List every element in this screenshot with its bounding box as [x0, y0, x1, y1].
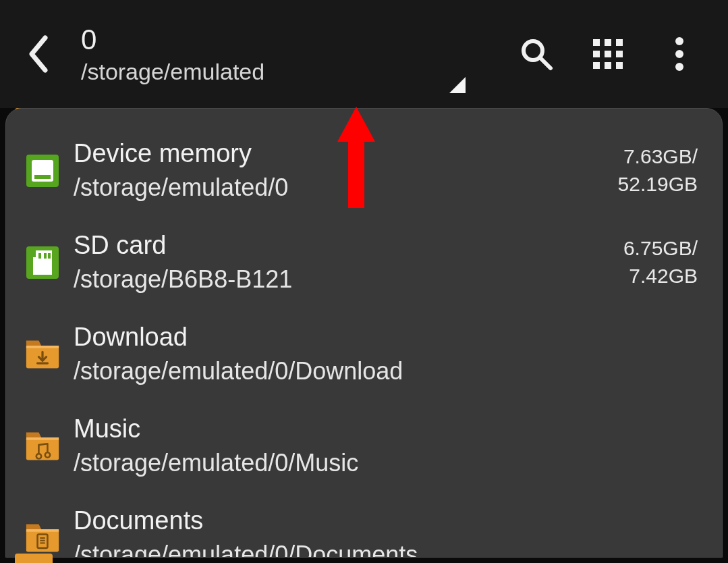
app-toolbar: 0 /storage/emulated: [0, 0, 728, 108]
storage-item-path: /storage/emulated/0/Documents: [74, 539, 703, 558]
storage-item-title: SD card: [74, 229, 610, 262]
grid-view-button[interactable]: [589, 35, 627, 73]
storage-item-size: 7.63GB/ 52.19GB: [618, 143, 703, 198]
storage-item-device-memory[interactable]: Device memory /storage/emulated/0 7.63GB…: [20, 125, 708, 217]
back-button[interactable]: [11, 27, 65, 81]
storage-item-title: Download: [74, 321, 703, 354]
svg-rect-2: [593, 39, 600, 46]
svg-point-11: [675, 37, 683, 45]
storage-total: 7.42GB: [629, 263, 698, 290]
storage-item-music[interactable]: Music /storage/emulated/0/Music: [20, 400, 708, 492]
toolbar-actions: [517, 35, 698, 73]
search-icon: [520, 37, 553, 71]
svg-rect-25: [26, 437, 59, 440]
svg-rect-22: [26, 346, 59, 348]
storage-item-path: /storage/B6B8-B121: [74, 263, 610, 296]
more-vert-icon: [675, 36, 684, 72]
storage-item-download[interactable]: Download /storage/emulated/0/Download: [20, 309, 708, 400]
svg-rect-18: [38, 253, 41, 259]
svg-line-1: [540, 58, 551, 68]
back-icon: [26, 35, 49, 73]
svg-rect-27: [26, 529, 59, 532]
storage-item-text: Device memory /storage/emulated/0: [74, 137, 605, 205]
sd-card-icon: [25, 245, 60, 280]
storage-item-title: Documents: [74, 504, 703, 537]
svg-rect-8: [593, 62, 600, 69]
current-folder-title: 0: [81, 24, 264, 56]
storage-item-documents[interactable]: Documents /storage/emulated/0/Documents: [20, 492, 708, 558]
storage-item-path: /storage/emulated/0/Download: [74, 355, 703, 388]
storage-item-title: Device memory: [74, 137, 605, 170]
storage-item-path: /storage/emulated/0/Music: [74, 447, 703, 480]
path-dropdown[interactable]: 0 /storage/emulated: [81, 24, 264, 85]
storage-item-sd-card[interactable]: SD card /storage/B6B8-B121 6.75GB/ 7.42G…: [20, 217, 708, 309]
folder-documents-icon: [25, 520, 60, 556]
storage-item-text: SD card /storage/B6B8-B121: [74, 229, 610, 296]
svg-rect-24: [26, 437, 59, 460]
svg-rect-19: [44, 253, 47, 259]
search-button[interactable]: [517, 35, 555, 73]
storage-used: 7.63GB/: [623, 143, 698, 171]
svg-rect-20: [48, 253, 51, 259]
storage-item-text: Music /storage/emulated/0/Music: [74, 412, 703, 480]
svg-point-12: [675, 50, 683, 58]
storage-dropdown-panel: Device memory /storage/emulated/0 7.63GB…: [5, 108, 723, 558]
background-folder-peek-bottom: [15, 554, 53, 563]
dropdown-indicator-icon: [449, 77, 466, 93]
folder-download-icon: [25, 337, 60, 372]
svg-rect-6: [605, 51, 611, 57]
storage-item-size: 6.75GB/ 7.42GB: [623, 235, 703, 290]
svg-rect-16: [34, 175, 51, 179]
overflow-menu-button[interactable]: [661, 35, 698, 73]
svg-rect-7: [616, 51, 623, 57]
svg-rect-10: [616, 62, 623, 69]
svg-rect-5: [593, 51, 600, 57]
current-folder-path: /storage/emulated: [81, 59, 264, 85]
grid-icon: [592, 38, 624, 70]
folder-music-icon: [25, 429, 60, 464]
device-memory-icon: [25, 153, 60, 188]
storage-item-text: Documents /storage/emulated/0/Documents: [74, 504, 703, 558]
svg-point-13: [675, 63, 683, 71]
storage-used: 6.75GB/: [623, 235, 698, 263]
storage-item-title: Music: [74, 412, 703, 446]
svg-rect-3: [605, 39, 611, 46]
storage-total: 52.19GB: [618, 171, 698, 198]
svg-rect-4: [616, 39, 623, 46]
storage-item-path: /storage/emulated/0: [74, 171, 605, 205]
storage-item-text: Download /storage/emulated/0/Download: [74, 321, 703, 388]
svg-rect-9: [605, 62, 611, 69]
